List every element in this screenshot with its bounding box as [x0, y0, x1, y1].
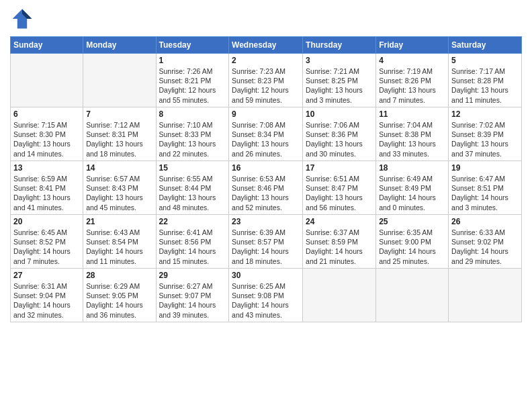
day-of-week-header: Tuesday: [156, 37, 229, 54]
day-detail: Sunrise: 7:12 AM Sunset: 8:31 PM Dayligh…: [86, 120, 152, 158]
day-detail: Sunrise: 7:21 AM Sunset: 8:25 PM Dayligh…: [306, 66, 373, 105]
day-number: 11: [379, 109, 445, 119]
calendar-day-cell: 28Sunrise: 6:29 AM Sunset: 9:05 PM Dayli…: [83, 269, 156, 322]
day-detail: Sunrise: 6:41 AM Sunset: 8:56 PM Dayligh…: [159, 228, 226, 266]
calendar-day-cell: 18Sunrise: 6:49 AM Sunset: 8:49 PM Dayli…: [376, 161, 449, 215]
day-detail: Sunrise: 6:53 AM Sunset: 8:46 PM Dayligh…: [232, 174, 300, 212]
calendar-day-cell: 2Sunrise: 7:23 AM Sunset: 8:23 PM Daylig…: [229, 54, 303, 107]
day-number: 5: [451, 56, 519, 65]
calendar-day-cell: [11, 54, 83, 107]
calendar-day-cell: 11Sunrise: 7:04 AM Sunset: 8:38 PM Dayli…: [376, 107, 449, 161]
day-detail: Sunrise: 6:33 AM Sunset: 9:02 PM Dayligh…: [451, 228, 519, 266]
calendar-day-cell: 16Sunrise: 6:53 AM Sunset: 8:46 PM Dayli…: [229, 161, 303, 215]
day-detail: Sunrise: 6:43 AM Sunset: 8:54 PM Dayligh…: [86, 228, 152, 266]
day-of-week-header: Sunday: [11, 37, 83, 54]
day-number: 13: [13, 163, 80, 173]
day-number: 14: [86, 163, 152, 173]
calendar-day-cell: [376, 269, 449, 322]
logo: [10, 7, 37, 31]
calendar-day-cell: 27Sunrise: 6:31 AM Sunset: 9:04 PM Dayli…: [11, 269, 83, 322]
calendar-day-cell: 29Sunrise: 6:27 AM Sunset: 9:07 PM Dayli…: [156, 269, 229, 322]
day-detail: Sunrise: 6:55 AM Sunset: 8:44 PM Dayligh…: [159, 174, 226, 212]
day-number: 21: [86, 217, 152, 226]
day-detail: Sunrise: 7:04 AM Sunset: 8:38 PM Dayligh…: [379, 120, 445, 158]
day-number: 16: [232, 163, 300, 173]
calendar-day-cell: 7Sunrise: 7:12 AM Sunset: 8:31 PM Daylig…: [83, 107, 156, 161]
day-number: 9: [232, 109, 300, 119]
calendar-header-row: SundayMondayTuesdayWednesdayThursdayFrid…: [11, 37, 522, 54]
day-detail: Sunrise: 7:06 AM Sunset: 8:36 PM Dayligh…: [306, 120, 373, 158]
day-detail: Sunrise: 7:19 AM Sunset: 8:26 PM Dayligh…: [379, 66, 445, 105]
day-of-week-header: Monday: [83, 37, 156, 54]
calendar-day-cell: 8Sunrise: 7:10 AM Sunset: 8:33 PM Daylig…: [156, 107, 229, 161]
calendar-week-row: 27Sunrise: 6:31 AM Sunset: 9:04 PM Dayli…: [11, 269, 522, 322]
logo-icon: [10, 7, 34, 31]
day-number: 17: [306, 163, 373, 173]
day-number: 2: [232, 56, 300, 65]
calendar-week-row: 6Sunrise: 7:15 AM Sunset: 8:30 PM Daylig…: [11, 107, 522, 161]
calendar-day-cell: 20Sunrise: 6:45 AM Sunset: 8:52 PM Dayli…: [11, 215, 83, 269]
day-detail: Sunrise: 7:15 AM Sunset: 8:30 PM Dayligh…: [13, 120, 80, 158]
day-number: 4: [379, 56, 445, 65]
calendar-day-cell: 10Sunrise: 7:06 AM Sunset: 8:36 PM Dayli…: [303, 107, 376, 161]
day-number: 29: [159, 271, 226, 280]
day-number: 12: [451, 109, 519, 119]
calendar-day-cell: 12Sunrise: 7:02 AM Sunset: 8:39 PM Dayli…: [449, 107, 522, 161]
day-detail: Sunrise: 6:51 AM Sunset: 8:47 PM Dayligh…: [306, 174, 373, 212]
calendar-day-cell: [303, 269, 376, 322]
day-detail: Sunrise: 6:29 AM Sunset: 9:05 PM Dayligh…: [86, 281, 152, 320]
day-detail: Sunrise: 6:27 AM Sunset: 9:07 PM Dayligh…: [159, 281, 226, 320]
day-detail: Sunrise: 7:26 AM Sunset: 8:21 PM Dayligh…: [159, 66, 226, 105]
calendar-day-cell: 1Sunrise: 7:26 AM Sunset: 8:21 PM Daylig…: [156, 54, 229, 107]
calendar-table: SundayMondayTuesdayWednesdayThursdayFrid…: [10, 36, 522, 322]
calendar-day-cell: 19Sunrise: 6:47 AM Sunset: 8:51 PM Dayli…: [449, 161, 522, 215]
day-number: 23: [232, 217, 300, 226]
calendar-day-cell: 5Sunrise: 7:17 AM Sunset: 8:28 PM Daylig…: [449, 54, 522, 107]
day-number: 1: [159, 56, 226, 65]
calendar-day-cell: 30Sunrise: 6:25 AM Sunset: 9:08 PM Dayli…: [229, 269, 303, 322]
day-detail: Sunrise: 7:10 AM Sunset: 8:33 PM Dayligh…: [159, 120, 226, 158]
day-number: 10: [306, 109, 373, 119]
day-number: 8: [159, 109, 226, 119]
day-detail: Sunrise: 6:45 AM Sunset: 8:52 PM Dayligh…: [13, 228, 80, 266]
calendar-week-row: 1Sunrise: 7:26 AM Sunset: 8:21 PM Daylig…: [11, 54, 522, 107]
day-detail: Sunrise: 7:02 AM Sunset: 8:39 PM Dayligh…: [451, 120, 519, 158]
calendar-day-cell: 26Sunrise: 6:33 AM Sunset: 9:02 PM Dayli…: [449, 215, 522, 269]
day-number: 28: [86, 271, 152, 280]
header: [10, 7, 522, 31]
calendar-week-row: 13Sunrise: 6:59 AM Sunset: 8:41 PM Dayli…: [11, 161, 522, 215]
calendar-day-cell: [83, 54, 156, 107]
day-of-week-header: Saturday: [449, 37, 522, 54]
day-detail: Sunrise: 6:49 AM Sunset: 8:49 PM Dayligh…: [379, 174, 445, 212]
day-number: 19: [451, 163, 519, 173]
calendar-day-cell: 15Sunrise: 6:55 AM Sunset: 8:44 PM Dayli…: [156, 161, 229, 215]
day-detail: Sunrise: 6:39 AM Sunset: 8:57 PM Dayligh…: [232, 228, 300, 266]
day-of-week-header: Wednesday: [229, 37, 303, 54]
calendar-day-cell: 4Sunrise: 7:19 AM Sunset: 8:26 PM Daylig…: [376, 54, 449, 107]
day-number: 27: [13, 271, 80, 280]
day-of-week-header: Thursday: [303, 37, 376, 54]
day-detail: Sunrise: 6:31 AM Sunset: 9:04 PM Dayligh…: [13, 281, 80, 320]
day-detail: Sunrise: 7:17 AM Sunset: 8:28 PM Dayligh…: [451, 66, 519, 105]
day-detail: Sunrise: 6:47 AM Sunset: 8:51 PM Dayligh…: [451, 174, 519, 212]
page: SundayMondayTuesdayWednesdayThursdayFrid…: [0, 0, 532, 411]
day-number: 26: [451, 217, 519, 226]
calendar-day-cell: 25Sunrise: 6:35 AM Sunset: 9:00 PM Dayli…: [376, 215, 449, 269]
day-number: 30: [232, 271, 300, 280]
day-detail: Sunrise: 6:59 AM Sunset: 8:41 PM Dayligh…: [13, 174, 80, 212]
day-detail: Sunrise: 6:57 AM Sunset: 8:43 PM Dayligh…: [86, 174, 152, 212]
calendar-day-cell: 17Sunrise: 6:51 AM Sunset: 8:47 PM Dayli…: [303, 161, 376, 215]
day-number: 3: [306, 56, 373, 65]
calendar-day-cell: 22Sunrise: 6:41 AM Sunset: 8:56 PM Dayli…: [156, 215, 229, 269]
day-detail: Sunrise: 6:35 AM Sunset: 9:00 PM Dayligh…: [379, 228, 445, 266]
day-number: 18: [379, 163, 445, 173]
calendar-day-cell: 9Sunrise: 7:08 AM Sunset: 8:34 PM Daylig…: [229, 107, 303, 161]
day-number: 25: [379, 217, 445, 226]
day-detail: Sunrise: 7:23 AM Sunset: 8:23 PM Dayligh…: [232, 66, 300, 105]
day-detail: Sunrise: 7:08 AM Sunset: 8:34 PM Dayligh…: [232, 120, 300, 158]
day-number: 15: [159, 163, 226, 173]
calendar-day-cell: 3Sunrise: 7:21 AM Sunset: 8:25 PM Daylig…: [303, 54, 376, 107]
day-detail: Sunrise: 6:37 AM Sunset: 8:59 PM Dayligh…: [306, 228, 373, 266]
calendar-day-cell: 14Sunrise: 6:57 AM Sunset: 8:43 PM Dayli…: [83, 161, 156, 215]
calendar-day-cell: 6Sunrise: 7:15 AM Sunset: 8:30 PM Daylig…: [11, 107, 83, 161]
